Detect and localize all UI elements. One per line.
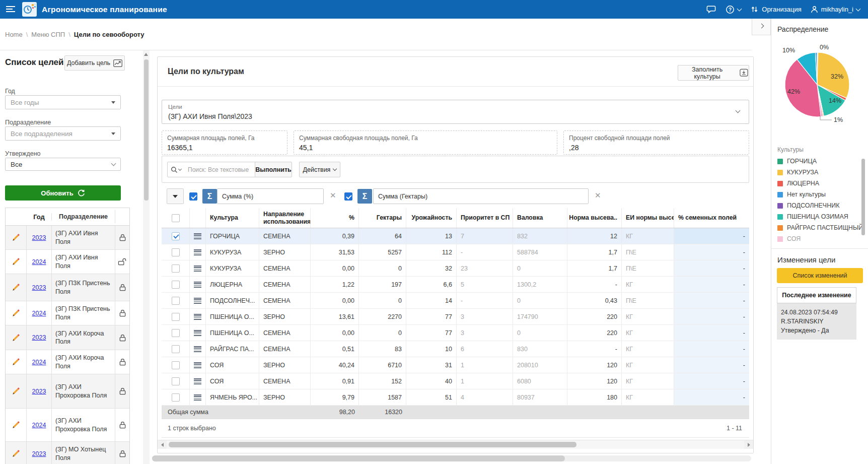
year-link[interactable]: 2023 — [32, 388, 46, 395]
table-row[interactable]: ПОДСОЛНЕЧ... СЕМЕНА 0,00 0 14 - 0 0,43 П… — [162, 293, 749, 309]
table-row[interactable]: СОЯ СЕМЕНА 0,91 152 40 1 6080 120 КГ - — [162, 373, 749, 389]
page-scrollbar-thumb[interactable] — [152, 455, 565, 461]
horizontal-scrollbar-thumb[interactable] — [169, 442, 576, 447]
user-menu[interactable]: mikhaylin_i — [811, 6, 860, 14]
year-link[interactable]: 2024 — [32, 359, 46, 366]
edit-cell[interactable] — [6, 442, 27, 464]
horizontal-scrollbar[interactable] — [158, 440, 753, 449]
row-checkbox[interactable] — [172, 345, 180, 353]
lock-cell[interactable] — [115, 409, 129, 441]
breadcrumb-menu-spp[interactable]: Меню СПП — [31, 31, 65, 38]
lock-cell[interactable] — [115, 325, 129, 350]
row-checkbox[interactable] — [172, 281, 180, 289]
edit-pencil-icon[interactable] — [12, 257, 20, 266]
fill-cultures-button[interactable]: Заполнить культуры — [678, 65, 749, 81]
row-checkbox[interactable] — [172, 313, 180, 321]
year-link[interactable]: 2023 — [32, 450, 46, 457]
year-link[interactable]: 2023 — [32, 234, 46, 241]
goal-select[interactable]: Цели (ЗГ) АХИ Ивня Поля\2023 — [162, 100, 749, 124]
breadcrumb-home[interactable]: Home — [5, 31, 23, 38]
scroll-up-arrow[interactable] — [144, 53, 148, 56]
search-input[interactable] — [184, 162, 255, 177]
edit-pencil-icon[interactable] — [12, 421, 20, 429]
vertical-scrollbar[interactable] — [143, 50, 150, 464]
collapse-panel-button[interactable] — [752, 19, 771, 35]
edit-cell[interactable] — [6, 350, 27, 374]
unit-filter-select[interactable]: Все подразделения — [5, 126, 121, 141]
edit-pencil-icon[interactable] — [12, 283, 20, 292]
row-checkbox[interactable] — [172, 248, 180, 256]
edit-cell[interactable] — [6, 301, 27, 325]
aggregates-menu-button[interactable] — [167, 188, 184, 204]
goal-row[interactable]: 2023 (ЗГ) ПЗК Пристень Поля — [6, 274, 129, 301]
table-row[interactable]: ГОРЧИЦА СЕМЕНА 0,39 64 13 7 832 12 КГ - — [162, 228, 749, 244]
edit-cell[interactable] — [6, 274, 27, 301]
edit-cell[interactable] — [6, 409, 27, 441]
lock-cell[interactable] — [115, 301, 129, 325]
edit-cell[interactable] — [6, 325, 27, 350]
search-options-button[interactable] — [167, 162, 184, 177]
edit-pencil-icon[interactable] — [12, 387, 20, 395]
row-menu-icon[interactable] — [194, 266, 201, 272]
edit-cell[interactable] — [6, 226, 27, 249]
column-usage[interactable]: Направление использования — [259, 208, 311, 228]
remove-aggregate-icon[interactable]: ✕ — [330, 191, 336, 199]
add-goal-button[interactable]: Добавить цель — [64, 55, 125, 71]
edit-pencil-icon[interactable] — [12, 233, 20, 242]
row-menu-icon[interactable] — [194, 298, 201, 304]
edit-pencil-icon[interactable] — [12, 309, 20, 317]
lock-cell[interactable] — [115, 442, 129, 464]
row-menu-icon[interactable] — [194, 282, 201, 288]
column-gross[interactable]: Валовка — [513, 208, 567, 228]
edit-cell[interactable] — [6, 374, 27, 408]
column-priority[interactable]: Приоритет в СП — [457, 208, 513, 228]
year-link[interactable]: 2024 — [32, 258, 46, 266]
row-menu-icon[interactable] — [194, 394, 201, 401]
row-checkbox[interactable] — [172, 377, 180, 385]
year-link[interactable]: 2023 — [32, 334, 46, 341]
year-filter-select[interactable]: Все годы — [5, 95, 121, 109]
row-menu-icon[interactable] — [194, 249, 201, 255]
row-menu-icon[interactable] — [194, 314, 201, 320]
column-percent[interactable]: % — [311, 208, 359, 228]
scroll-right-arrow[interactable] — [744, 440, 753, 449]
vertical-scrollbar-thumb[interactable] — [144, 59, 149, 201]
year-link[interactable]: 2024 — [32, 310, 46, 317]
goal-row[interactable]: 2024 (ЗГ) АХИ Короча Поля — [6, 350, 129, 374]
goal-row[interactable]: 2023 (ЗГ) МО Хотынец Поля — [6, 442, 129, 464]
table-row[interactable]: ПШЕНИЦА О... ЗЕРНО 13,61 2270 77 3 17479… — [162, 309, 749, 325]
row-menu-icon[interactable] — [194, 378, 201, 384]
table-row[interactable]: ЛЮЦЕРНА СЕМЕНА 1,22 197 6,6 5 1300,2 - К… — [162, 277, 749, 293]
lock-cell[interactable] — [115, 226, 129, 249]
organization-menu[interactable]: Организация — [750, 5, 801, 14]
menu-icon[interactable] — [6, 6, 16, 13]
column-rate-unit[interactable]: ЕИ нормы высе — [622, 208, 674, 228]
row-checkbox[interactable] — [172, 361, 180, 369]
edit-pencil-icon[interactable] — [12, 358, 20, 366]
edit-cell[interactable] — [6, 250, 27, 274]
actions-button[interactable]: Действия — [299, 162, 340, 177]
select-all-checkbox[interactable] — [172, 214, 180, 222]
row-menu-icon[interactable] — [194, 233, 201, 239]
aggregate-percent-input[interactable] — [217, 188, 324, 204]
goal-row[interactable]: 2024 (ЗГ) АХИ Прохоровка Поля — [6, 409, 129, 442]
edit-pencil-icon[interactable] — [12, 449, 20, 458]
goal-row[interactable]: 2023 (ЗГ) АХИ Короча Поля — [6, 325, 129, 350]
approved-filter-select[interactable]: Все — [5, 158, 121, 171]
row-menu-icon[interactable] — [194, 330, 201, 336]
page-horizontal-scrollbar[interactable] — [152, 455, 751, 461]
column-seed-rate[interactable]: Норма высева.. — [567, 208, 622, 228]
edit-pencil-icon[interactable] — [12, 334, 20, 342]
column-culture[interactable]: Культура — [206, 208, 259, 228]
aggregate-percent-checkbox[interactable] — [189, 192, 197, 201]
table-row[interactable]: ЯЧМЕНЬ ЯРО... ЗЕРНО 9,79 1587 51 4 80937… — [162, 389, 749, 406]
table-row[interactable]: СОЯ ЗЕРНО 40,24 6710 31 1 208010 120 КГ … — [162, 357, 749, 373]
changes-list-button[interactable]: Список изменений — [777, 268, 863, 283]
goal-row[interactable]: 2024 (ЗГ) АХИ Ивня Поля — [6, 250, 129, 274]
row-checkbox[interactable] — [172, 297, 180, 305]
column-hectares[interactable]: Гектары — [359, 208, 406, 228]
goal-row[interactable]: 2023 (ЗГ) АХИ Прохоровка Поля — [6, 374, 129, 409]
row-checkbox[interactable] — [172, 232, 180, 240]
goal-row[interactable]: 2024 (ЗГ) ПЗК Пристень Поля — [6, 301, 129, 325]
aggregate-hectares-input[interactable] — [373, 188, 589, 204]
